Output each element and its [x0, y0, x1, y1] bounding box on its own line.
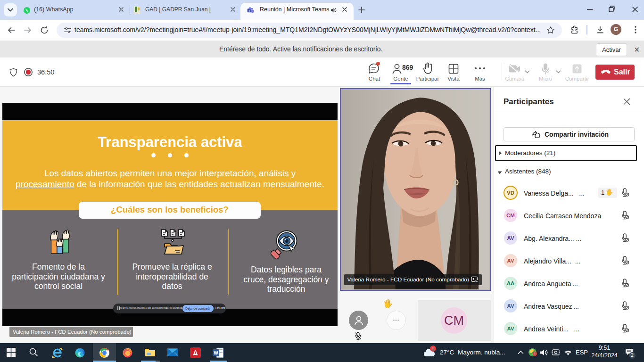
- svg-text:T: T: [248, 9, 250, 12]
